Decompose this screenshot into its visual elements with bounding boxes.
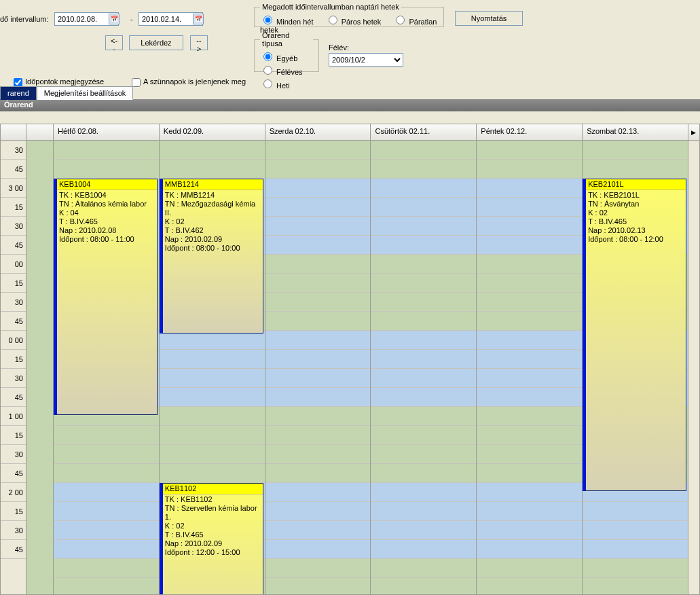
- time-slot[interactable]: [477, 236, 582, 255]
- time-slot[interactable]: [54, 426, 159, 445]
- tab-display-settings[interactable]: Megjelenítési beállítások: [37, 86, 133, 100]
- time-slot[interactable]: [265, 559, 371, 578]
- time-slot[interactable]: [265, 540, 371, 559]
- scroll-right-button[interactable]: ▶: [688, 124, 699, 140]
- event-block[interactable]: KEB1004TK : KEB1004TN : Általános kémia …: [54, 179, 158, 415]
- time-slot[interactable]: [477, 388, 582, 407]
- time-slot[interactable]: [265, 407, 371, 426]
- time-slot[interactable]: [583, 559, 688, 578]
- time-slot[interactable]: [371, 445, 476, 464]
- time-slot[interactable]: [371, 540, 476, 559]
- time-slot[interactable]: [265, 255, 371, 274]
- event-block[interactable]: KEB2101LTK : KEB2101LTN : ÁsványtanK : 0…: [583, 179, 686, 491]
- day-col-fri[interactable]: [477, 141, 583, 594]
- time-slot[interactable]: [477, 369, 582, 388]
- time-slot[interactable]: [265, 464, 371, 483]
- time-slot[interactable]: [371, 464, 476, 483]
- time-slot[interactable]: [371, 274, 476, 293]
- time-slot[interactable]: [265, 521, 371, 540]
- time-slot[interactable]: [265, 217, 371, 236]
- time-slot[interactable]: [477, 502, 582, 521]
- time-slot[interactable]: [54, 445, 159, 464]
- scroll-column[interactable]: [688, 141, 699, 594]
- weeks-all-radio[interactable]: Minden hét: [260, 18, 314, 26]
- time-slot[interactable]: [583, 540, 688, 559]
- time-slot[interactable]: [160, 141, 265, 160]
- time-slot[interactable]: [477, 540, 582, 559]
- type-weekly-radio[interactable]: Heti: [260, 77, 303, 91]
- day-header-thu[interactable]: Csütörtök 02.11.: [371, 124, 477, 140]
- event-block[interactable]: MMB1214TK : MMB1214TN : Mezőgazdasági ké…: [160, 179, 263, 333]
- time-slot[interactable]: [160, 426, 265, 445]
- day-col-sat[interactable]: KEB2101LTK : KEB2101LTN : ÁsványtanK : 0…: [583, 141, 688, 594]
- day-header-wed[interactable]: Szerda 02.10.: [265, 124, 371, 140]
- time-slot[interactable]: [371, 160, 476, 179]
- query-button[interactable]: Lekérdez: [129, 35, 183, 50]
- time-slot[interactable]: [477, 198, 582, 217]
- time-slot[interactable]: [371, 502, 476, 521]
- time-slot[interactable]: [371, 217, 476, 236]
- time-slot[interactable]: [371, 255, 476, 274]
- time-slot[interactable]: [583, 141, 688, 160]
- prev-week-button[interactable]: <--: [105, 35, 123, 50]
- print-button[interactable]: Nyomtatás: [455, 11, 523, 26]
- type-other-radio[interactable]: Egyéb: [260, 50, 303, 64]
- time-slot[interactable]: [477, 255, 582, 274]
- time-slot[interactable]: [54, 559, 159, 578]
- time-slot[interactable]: [371, 350, 476, 369]
- time-slot[interactable]: [583, 578, 688, 595]
- time-slot[interactable]: [160, 388, 265, 407]
- time-slot[interactable]: [371, 293, 476, 312]
- time-slot[interactable]: [477, 274, 582, 293]
- time-slot[interactable]: [477, 483, 582, 502]
- time-slot[interactable]: [371, 578, 476, 595]
- day-col-tue[interactable]: MMB1214TK : MMB1214TN : Mezőgazdasági ké…: [160, 141, 265, 594]
- time-slot[interactable]: [477, 407, 582, 426]
- time-slot[interactable]: [477, 141, 582, 160]
- time-slot[interactable]: [160, 350, 265, 369]
- tab-schedule[interactable]: rarend: [0, 86, 37, 100]
- day-col-thu[interactable]: [371, 141, 477, 594]
- weeks-even-radio[interactable]: Páros hetek: [325, 18, 382, 26]
- time-slot[interactable]: [477, 521, 582, 540]
- time-slot[interactable]: [371, 483, 476, 502]
- time-slot[interactable]: [265, 388, 371, 407]
- time-slot[interactable]: [54, 464, 159, 483]
- time-slot[interactable]: [54, 141, 159, 160]
- time-slot[interactable]: [477, 350, 582, 369]
- time-slot[interactable]: [265, 293, 371, 312]
- time-slot[interactable]: [371, 426, 476, 445]
- time-slot[interactable]: [477, 445, 582, 464]
- time-slot[interactable]: [477, 331, 582, 350]
- time-slot[interactable]: [477, 559, 582, 578]
- time-slot[interactable]: [160, 464, 265, 483]
- time-slot[interactable]: [477, 293, 582, 312]
- event-block[interactable]: KEB1102TK : KEB1102TN : Szervetlen kémia…: [160, 483, 263, 595]
- time-slot[interactable]: [265, 331, 371, 350]
- time-slot[interactable]: [265, 198, 371, 217]
- semester-select[interactable]: 2009/10/2: [329, 53, 403, 67]
- time-slot[interactable]: [265, 369, 371, 388]
- time-slot[interactable]: [54, 521, 159, 540]
- date-to-picker-icon[interactable]: 📅: [193, 14, 204, 24]
- time-slot[interactable]: [265, 350, 371, 369]
- time-slot[interactable]: [371, 559, 476, 578]
- type-sem-radio[interactable]: Féléves: [260, 64, 303, 77]
- time-slot[interactable]: [54, 540, 159, 559]
- day-col-mon[interactable]: KEB1004TK : KEB1004TN : Általános kémia …: [54, 141, 160, 594]
- time-slot[interactable]: [265, 502, 371, 521]
- time-slot[interactable]: [160, 160, 265, 179]
- time-slot[interactable]: [265, 445, 371, 464]
- time-slot[interactable]: [477, 312, 582, 331]
- day-col-wed[interactable]: [265, 141, 371, 594]
- time-slot[interactable]: [265, 312, 371, 331]
- time-slot[interactable]: [160, 445, 265, 464]
- time-slot[interactable]: [265, 141, 371, 160]
- time-slot[interactable]: [54, 483, 159, 502]
- time-slot[interactable]: [371, 179, 476, 198]
- time-slot[interactable]: [583, 502, 688, 521]
- time-slot[interactable]: [371, 236, 476, 255]
- time-slot[interactable]: [371, 198, 476, 217]
- time-slot[interactable]: [265, 179, 371, 198]
- time-slot[interactable]: [583, 521, 688, 540]
